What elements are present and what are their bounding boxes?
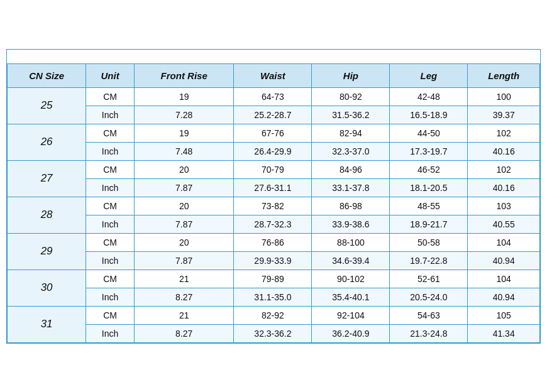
column-header-waist: Waist — [234, 63, 312, 87]
unit-cell: CM — [86, 160, 135, 178]
leg-cell: 20.5-24.0 — [390, 288, 468, 306]
front-rise-cell: 20 — [134, 233, 234, 251]
unit-cell: Inch — [86, 178, 135, 197]
column-header-leg: Leg — [390, 63, 468, 87]
table-header: CN SizeUnitFront RiseWaistHipLegLength — [8, 63, 540, 87]
leg-cell: 17.3-19.7 — [390, 142, 468, 160]
hip-cell: 84-96 — [312, 160, 390, 178]
front-rise-cell: 7.87 — [134, 251, 234, 270]
unit-cell: CM — [86, 197, 135, 215]
table-row: Inch7.8728.7-32.333.9-38.618.9-21.740.55 — [8, 215, 540, 233]
table-body: 25CM1964-7380-9242-48100Inch7.2825.2-28.… — [8, 87, 540, 342]
cn-size-cell: 30 — [8, 270, 86, 306]
hip-cell: 90-102 — [312, 270, 390, 288]
table-row: Inch7.8729.9-33.934.6-39.419.7-22.840.94 — [8, 251, 540, 270]
column-header-unit: Unit — [86, 63, 135, 87]
hip-cell: 36.2-40.9 — [312, 324, 390, 342]
length-cell: 40.16 — [468, 142, 540, 160]
size-guide-table: CN SizeUnitFront RiseWaistHipLegLength 2… — [7, 63, 540, 343]
front-rise-cell: 7.28 — [134, 106, 234, 124]
hip-cell: 33.1-37.8 — [312, 178, 390, 197]
leg-cell: 18.1-20.5 — [390, 178, 468, 197]
front-rise-cell: 8.27 — [134, 324, 234, 342]
waist-cell: 70-79 — [234, 160, 312, 178]
length-cell: 41.34 — [468, 324, 540, 342]
waist-cell: 73-82 — [234, 197, 312, 215]
cn-size-cell: 25 — [8, 87, 86, 124]
column-header-front-rise: Front Rise — [134, 63, 234, 87]
waist-cell: 67-76 — [234, 124, 312, 142]
table-row: Inch8.2732.3-36.236.2-40.921.3-24.841.34 — [8, 324, 540, 342]
leg-cell: 44-50 — [390, 124, 468, 142]
length-cell: 39.37 — [468, 106, 540, 124]
unit-cell: Inch — [86, 215, 135, 233]
length-cell: 40.94 — [468, 251, 540, 270]
unit-cell: CM — [86, 233, 135, 251]
front-rise-cell: 8.27 — [134, 288, 234, 306]
hip-cell: 32.3-37.0 — [312, 142, 390, 160]
header-row: CN SizeUnitFront RiseWaistHipLegLength — [8, 63, 540, 87]
table-row: Inch7.8727.6-31.133.1-37.818.1-20.540.16 — [8, 178, 540, 197]
hip-cell: 92-104 — [312, 306, 390, 324]
table-row: 30CM2179-8990-10252-61104 — [8, 270, 540, 288]
unit-cell: Inch — [86, 251, 135, 270]
table-row: 31CM2182-9292-10454-63105 — [8, 306, 540, 324]
table-row: 27CM2070-7984-9646-52102 — [8, 160, 540, 178]
length-cell: 104 — [468, 233, 540, 251]
waist-cell: 82-92 — [234, 306, 312, 324]
table-row: 26CM1967-7682-9444-50102 — [8, 124, 540, 142]
front-rise-cell: 7.48 — [134, 142, 234, 160]
leg-cell: 18.9-21.7 — [390, 215, 468, 233]
leg-cell: 16.5-18.9 — [390, 106, 468, 124]
waist-cell: 28.7-32.3 — [234, 215, 312, 233]
length-cell: 102 — [468, 124, 540, 142]
column-header-length: Length — [468, 63, 540, 87]
unit-cell: CM — [86, 306, 135, 324]
hip-cell: 31.5-36.2 — [312, 106, 390, 124]
front-rise-cell: 7.87 — [134, 178, 234, 197]
waist-cell: 27.6-31.1 — [234, 178, 312, 197]
leg-cell: 50-58 — [390, 233, 468, 251]
length-cell: 102 — [468, 160, 540, 178]
waist-cell: 25.2-28.7 — [234, 106, 312, 124]
table-row: Inch7.2825.2-28.731.5-36.216.5-18.939.37 — [8, 106, 540, 124]
front-rise-cell: 21 — [134, 306, 234, 324]
table-row: Inch7.4826.4-29.932.3-37.017.3-19.740.16 — [8, 142, 540, 160]
front-rise-cell: 7.87 — [134, 215, 234, 233]
hip-cell: 35.4-40.1 — [312, 288, 390, 306]
waist-cell: 64-73 — [234, 87, 312, 106]
hip-cell: 82-94 — [312, 124, 390, 142]
leg-cell: 46-52 — [390, 160, 468, 178]
length-cell: 104 — [468, 270, 540, 288]
cn-size-cell: 31 — [8, 306, 86, 342]
leg-cell: 48-55 — [390, 197, 468, 215]
cn-size-cell: 26 — [8, 124, 86, 160]
unit-cell: Inch — [86, 288, 135, 306]
column-header-cn-size: CN Size — [8, 63, 86, 87]
leg-cell: 42-48 — [390, 87, 468, 106]
hip-cell: 86-98 — [312, 197, 390, 215]
waist-cell: 29.9-33.9 — [234, 251, 312, 270]
unit-cell: CM — [86, 270, 135, 288]
waist-cell: 76-86 — [234, 233, 312, 251]
waist-cell: 26.4-29.9 — [234, 142, 312, 160]
hip-cell: 80-92 — [312, 87, 390, 106]
unit-cell: Inch — [86, 106, 135, 124]
unit-cell: CM — [86, 124, 135, 142]
cn-size-cell: 28 — [8, 197, 86, 233]
length-cell: 40.55 — [468, 215, 540, 233]
column-header-hip: Hip — [312, 63, 390, 87]
table-row: 25CM1964-7380-9242-48100 — [8, 87, 540, 106]
leg-cell: 19.7-22.8 — [390, 251, 468, 270]
front-rise-cell: 20 — [134, 197, 234, 215]
front-rise-cell: 21 — [134, 270, 234, 288]
unit-cell: Inch — [86, 324, 135, 342]
waist-cell: 79-89 — [234, 270, 312, 288]
waist-cell: 32.3-36.2 — [234, 324, 312, 342]
size-guide-title — [7, 50, 540, 63]
length-cell: 40.94 — [468, 288, 540, 306]
hip-cell: 33.9-38.6 — [312, 215, 390, 233]
length-cell: 40.16 — [468, 178, 540, 197]
length-cell: 103 — [468, 197, 540, 215]
length-cell: 105 — [468, 306, 540, 324]
